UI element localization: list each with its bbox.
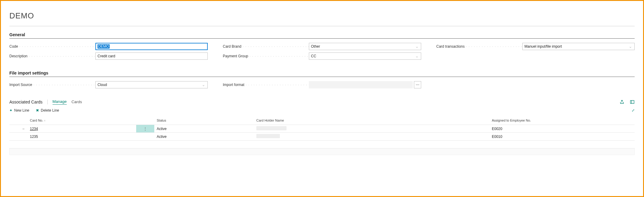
col-handle — [136, 116, 154, 125]
select-payment-group-value: CC — [311, 54, 316, 58]
row-import-source: Import Source Cloud ⌵ — [9, 81, 208, 88]
chevron-down-icon: ⌵ — [415, 55, 419, 58]
section-header-file-import: File import settings — [9, 71, 635, 77]
new-line-label: New Line — [14, 108, 29, 113]
tab-manage[interactable]: Manage — [53, 99, 67, 105]
section-associated-cards: Associated Cards Manage Cards ✦ New Line — [9, 99, 635, 155]
cell-assigned-emp[interactable]: E0010 — [489, 133, 635, 141]
cards-table: Card No. ↑ Status Card Holder Name Assig… — [9, 116, 635, 148]
label-code: Code — [9, 44, 95, 49]
table-header-row: Card No. ↑ Status Card Holder Name Assig… — [9, 116, 635, 125]
label-description: Description — [9, 54, 95, 58]
action-bar-right: ⤢ — [632, 108, 635, 113]
cell-card-holder[interactable] — [254, 133, 489, 141]
row-menu-button[interactable] — [136, 133, 154, 141]
associated-cards-title: Associated Cards — [9, 100, 43, 104]
grid-footer — [9, 148, 635, 155]
associated-cards-bar: Associated Cards Manage Cards — [9, 99, 635, 105]
action-bar-left: ✦ New Line ✖ Delete Line — [9, 108, 59, 113]
row-card-transactions: Card transactions Manuel input/file impo… — [436, 43, 635, 50]
redacted-text — [256, 126, 287, 130]
new-line-button[interactable]: ✦ New Line — [9, 108, 29, 113]
label-card-transactions: Card transactions — [436, 44, 522, 49]
section-file-import: File import settings Import Source Cloud… — [9, 71, 635, 91]
table-row-empty[interactable] — [9, 141, 635, 148]
associated-cards-bar-right — [620, 100, 635, 104]
lookup-button[interactable]: ⋯ — [414, 81, 421, 88]
redacted-text — [256, 134, 280, 138]
file-import-form-grid: Import Source Cloud ⌵ Import format ⋯ — [9, 81, 635, 91]
more-vertical-icon: ⋮ — [143, 127, 147, 131]
input-description[interactable]: Credit card — [95, 52, 208, 60]
table-row[interactable]: → 1234 ⋮ Active E0020 — [9, 125, 635, 133]
share-icon[interactable] — [620, 100, 624, 104]
label-card-brand: Card Brand — [223, 44, 309, 49]
svg-rect-0 — [630, 100, 634, 103]
cell-assigned-emp[interactable]: E0020 — [489, 125, 635, 133]
label-import-format: Import format — [223, 83, 309, 87]
cell-card-holder[interactable] — [254, 125, 489, 133]
expand-icon[interactable] — [630, 100, 635, 104]
select-payment-group[interactable]: CC ⌵ — [309, 52, 421, 60]
ellipsis-icon: ⋯ — [416, 83, 419, 87]
general-col-2: Card Brand Other ⌵ Payment Group CC ⌵ — [223, 43, 421, 62]
col-card-holder[interactable]: Card Holder Name — [254, 116, 489, 125]
col-selector — [9, 116, 27, 125]
col-card-no-label: Card No. — [30, 119, 43, 122]
select-import-source[interactable]: Cloud ⌵ — [95, 81, 208, 88]
table-row[interactable]: 1235 Active E0010 — [9, 133, 635, 141]
general-col-1: Code DEMO Description Credit card — [9, 43, 208, 62]
divider — [47, 100, 48, 104]
select-card-transactions-value: Manuel input/file import — [524, 44, 562, 49]
page-title: DEMO — [9, 11, 635, 21]
select-card-brand-value: Other — [311, 44, 320, 49]
new-line-icon: ✦ — [9, 108, 12, 113]
row-selected-icon: → — [21, 127, 25, 131]
tab-cards[interactable]: Cards — [72, 100, 82, 105]
file-import-col-1: Import Source Cloud ⌵ — [9, 81, 208, 91]
delete-line-label: Delete Line — [41, 108, 59, 113]
title-rule — [9, 26, 635, 26]
file-import-col-2: Import format ⋯ — [223, 81, 421, 91]
row-code: Code DEMO — [9, 43, 208, 50]
cell-status[interactable]: Active — [154, 125, 254, 133]
sort-asc-icon: ↑ — [44, 119, 46, 122]
input-code-value: DEMO — [98, 44, 110, 49]
general-form-grid: Code DEMO Description Credit card Card B… — [9, 43, 635, 62]
col-card-no[interactable]: Card No. ↑ — [27, 116, 136, 125]
select-card-transactions[interactable]: Manuel input/file import ⌵ — [522, 43, 635, 50]
input-import-format[interactable] — [309, 81, 413, 88]
input-description-value: Credit card — [98, 54, 115, 58]
row-import-format: Import format ⋯ — [223, 81, 421, 88]
select-card-brand[interactable]: Other ⌵ — [309, 43, 421, 50]
delete-line-icon: ✖ — [36, 108, 39, 113]
delete-line-button[interactable]: ✖ Delete Line — [36, 108, 59, 113]
input-code[interactable]: DEMO — [95, 43, 208, 50]
select-import-source-value: Cloud — [98, 83, 107, 87]
action-bar: ✦ New Line ✖ Delete Line ⤢ — [9, 108, 635, 113]
chevron-down-icon: ⌵ — [201, 83, 206, 87]
cell-card-no[interactable]: 1235 — [30, 135, 38, 139]
cell-card-no[interactable]: 1234 — [30, 127, 38, 131]
row-description: Description Credit card — [9, 52, 208, 60]
cell-status[interactable]: Active — [154, 133, 254, 141]
settings-icon[interactable]: ⤢ — [632, 108, 635, 113]
row-payment-group: Payment Group CC ⌵ — [223, 52, 421, 60]
row-card-brand: Card Brand Other ⌵ — [223, 43, 421, 50]
label-payment-group: Payment Group — [223, 54, 309, 58]
section-header-general: General — [9, 32, 635, 39]
chevron-down-icon: ⌵ — [415, 45, 419, 48]
col-assigned-emp[interactable]: Assigned to Employee No. — [489, 116, 635, 125]
file-import-col-3 — [436, 81, 635, 91]
chevron-down-icon: ⌵ — [628, 45, 633, 48]
cards-grid: Card No. ↑ Status Card Holder Name Assig… — [9, 116, 635, 155]
section-general: General Code DEMO Description Credit car… — [9, 32, 635, 62]
label-import-source: Import Source — [9, 83, 95, 87]
col-status[interactable]: Status — [154, 116, 254, 125]
associated-cards-bar-left: Associated Cards Manage Cards — [9, 99, 82, 105]
general-col-3: Card transactions Manuel input/file impo… — [436, 43, 635, 62]
row-menu-button[interactable]: ⋮ — [136, 125, 154, 133]
